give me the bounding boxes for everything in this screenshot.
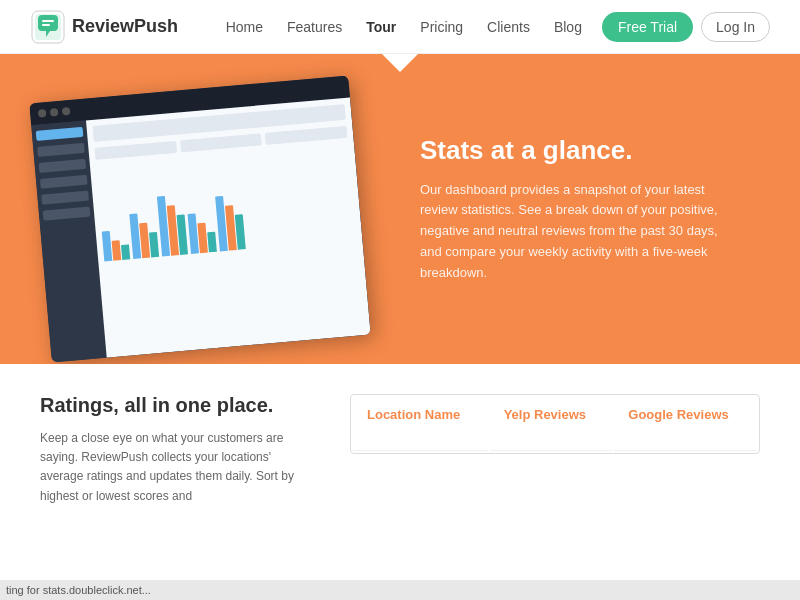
col-location-name: Location Name [353,397,488,432]
chart-group-2 [129,212,159,259]
ratings-text: Ratings, all in one place. Keep a close … [40,394,310,506]
nav-features[interactable]: Features [287,18,342,36]
mockup-body [31,97,371,362]
status-text: ting for stats.doubleclick.net... [6,584,151,596]
ratings-table-header-row: Location Name Yelp Reviews Google Review… [353,397,757,432]
nav-blog[interactable]: Blog [554,18,582,36]
mockup-sub-2 [180,133,262,152]
table-row [353,434,757,451]
bar-2-orange [139,223,150,259]
logo-icon [30,9,66,45]
bar-5-teal [235,214,246,250]
nav-links: Home Features Tour Pricing Clients Blog [226,18,582,36]
dashboard-mockup [29,76,370,363]
mockup-chart [96,146,358,278]
free-trial-button[interactable]: Free Trial [602,12,693,42]
table-cell [614,434,757,451]
logo-text: ReviewPush [72,16,178,37]
chart-group-4 [188,212,217,254]
nav-clients[interactable]: Clients [487,18,530,36]
ratings-title: Ratings, all in one place. [40,394,310,417]
mockup-sub-1 [94,141,176,160]
bar-4-teal [207,232,217,253]
hero-text: Stats at a glance. Our dashboard provide… [420,135,740,284]
nav-features-link[interactable]: Features [287,19,342,35]
bar-4-orange [197,223,208,254]
nav-pricing[interactable]: Pricing [420,18,463,36]
hero-description: Our dashboard provides a snapshot of you… [420,180,740,284]
mockup-sidebar-item-4 [41,191,89,205]
mockup-dot-3 [62,107,71,116]
col-google-reviews: Google Reviews [614,397,757,432]
nav-tour-link[interactable]: Tour [366,19,396,35]
chart-group-1 [102,229,131,261]
bar-1-blue [102,231,113,262]
bar-4-blue [188,213,199,254]
mockup-sidebar-item-5 [43,207,91,221]
svg-rect-3 [42,24,50,26]
nav-clients-link[interactable]: Clients [487,19,530,35]
nav-blog-link[interactable]: Blog [554,19,582,35]
status-bar: ting for stats.doubleclick.net... [0,580,800,600]
ratings-table-area: Location Name Yelp Reviews Google Review… [350,394,760,506]
bar-1-teal [121,244,130,260]
col-yelp-reviews: Yelp Reviews [490,397,613,432]
hero-title: Stats at a glance. [420,135,740,166]
chart-group-3 [157,194,188,256]
bar-2-teal [149,232,159,258]
login-button[interactable]: Log In [701,12,770,42]
bar-1-orange [112,240,122,261]
ratings-table-head: Location Name Yelp Reviews Google Review… [353,397,757,432]
nav-home-link[interactable]: Home [226,19,263,35]
logo-area: ReviewPush [30,9,178,45]
table-cell [353,434,488,451]
navbar: ReviewPush Home Features Tour Pricing Cl… [0,0,800,54]
mockup-sidebar-item-1 [37,143,85,157]
mockup-sidebar-item-2 [38,159,86,173]
hero-section: Stats at a glance. Our dashboard provide… [0,54,800,364]
svg-rect-2 [42,20,54,22]
nav-home[interactable]: Home [226,18,263,36]
mockup-sub-3 [265,126,347,145]
table-cell [490,434,613,451]
ratings-table: Location Name Yelp Reviews Google Review… [350,394,760,454]
chart-group-5 [215,194,246,251]
mockup-dot-1 [38,109,47,118]
mockup-main [86,97,371,357]
ratings-section: Ratings, all in one place. Keep a close … [0,364,800,536]
mockup-sidebar-item-3 [40,175,88,189]
ratings-description: Keep a close eye on what your customers … [40,429,310,506]
nav-tour[interactable]: Tour [366,18,396,36]
mockup-dot-2 [50,108,59,117]
mockup-sidebar-logo [36,127,84,141]
ratings-table-body [353,434,757,451]
nav-pricing-link[interactable]: Pricing [420,19,463,35]
